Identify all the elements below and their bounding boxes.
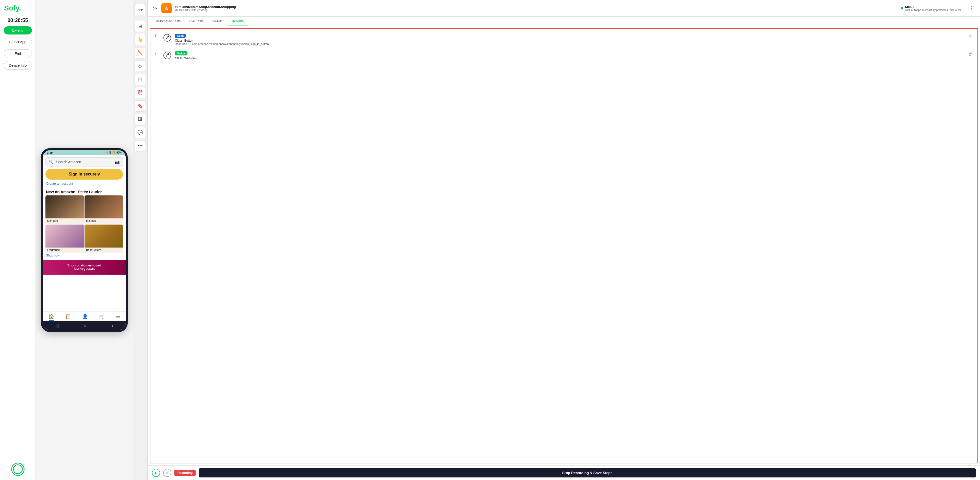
app-icon: a bbox=[161, 3, 172, 13]
more-menu-button[interactable]: ⋮ bbox=[967, 4, 976, 12]
app-tool-button[interactable]: APP bbox=[135, 4, 146, 15]
promo-line2: holiday deals bbox=[74, 267, 95, 271]
eraser-tool-button[interactable]: ◇ bbox=[135, 61, 146, 72]
sys-nav-back[interactable]: ||| bbox=[56, 324, 59, 328]
create-account-link[interactable]: Create an account bbox=[43, 180, 126, 188]
search-input-display: Search Amazon bbox=[56, 160, 113, 164]
result-details-1: Click Class: Button Resource ID: com.ama… bbox=[175, 33, 964, 45]
product-makeup[interactable]: Makeup bbox=[84, 195, 123, 224]
camera-icon[interactable]: 📷 bbox=[115, 159, 120, 164]
section-title: New on Amazon: Estée Lauder bbox=[43, 188, 126, 195]
tap-tool-button[interactable]: 👆 bbox=[135, 34, 146, 45]
sofy-logo: Sofy. bbox=[2, 4, 21, 12]
app-version: 28.13.6.100(1241275611) bbox=[175, 9, 898, 12]
avatar-inner bbox=[13, 464, 23, 474]
recording-badge: Recording bbox=[174, 470, 196, 476]
comment-icon: 💬 bbox=[137, 130, 143, 136]
eraser-icon: ◇ bbox=[138, 63, 142, 69]
results-area: 1 Click Class: Button Resource ID: com.a… bbox=[150, 28, 978, 463]
grid-tool-button[interactable]: ⊞ bbox=[135, 21, 146, 32]
result-index-2: 2 bbox=[154, 51, 159, 55]
result-class-2: Class: WebView bbox=[175, 56, 964, 60]
tab-automated-tests[interactable]: Automated Tests bbox=[152, 17, 185, 26]
result-delete-1[interactable]: 🗑 bbox=[967, 33, 974, 40]
tab-results[interactable]: Results bbox=[228, 17, 248, 26]
fragrance-label: Fragrance bbox=[45, 247, 84, 252]
result-icon-2 bbox=[163, 51, 172, 60]
comment-tool-button[interactable]: 💬 bbox=[135, 127, 146, 138]
makeup-image bbox=[84, 195, 123, 218]
nav-menu-icon[interactable]: ☰ bbox=[116, 314, 120, 319]
sidebar: Sofy. 00:28:55 Extend Select App End Dev… bbox=[0, 0, 36, 480]
product-fragrance[interactable]: Fragrance bbox=[45, 225, 84, 253]
nav-home-icon[interactable]: 🏠 bbox=[49, 314, 54, 319]
more-tools-button[interactable]: ••• bbox=[135, 140, 146, 151]
bookmark-icon: 🔖 bbox=[137, 103, 143, 109]
bestsellers-label: Best Sellers bbox=[84, 247, 123, 252]
sys-nav-recents[interactable]: ‹ bbox=[111, 324, 113, 328]
phone-time: 3:49 bbox=[47, 151, 52, 154]
session-timer: 00:28:55 bbox=[7, 18, 28, 23]
result-icon-1 bbox=[163, 33, 172, 42]
app-info: com.amazon.mShop.android.shopping 28.13.… bbox=[175, 5, 898, 12]
tool-divider-1 bbox=[135, 18, 145, 18]
select-app-button[interactable]: Select App bbox=[4, 38, 32, 46]
result-details-2: Swipe Class: WebView bbox=[175, 51, 964, 60]
signal-icon: 📶 bbox=[112, 151, 115, 154]
result-delete-2[interactable]: 🗑 bbox=[967, 51, 974, 57]
result-row-2: 2 Swipe Class: WebView 🗑 bbox=[153, 48, 975, 63]
phone-container: 3:49 🍕🌤 📶 90% 🔍 Search Amazon 📷 bbox=[36, 0, 133, 480]
timer-icon: ⏰ bbox=[137, 90, 143, 96]
product-skincare[interactable]: Skincare bbox=[45, 195, 84, 224]
status-dot bbox=[901, 7, 904, 10]
result-row-1: 1 Click Class: Button Resource ID: com.a… bbox=[153, 31, 975, 48]
collapse-button[interactable]: ≫ bbox=[152, 5, 158, 12]
result-class-1: Class: Button bbox=[175, 39, 964, 42]
svg-point-2 bbox=[164, 52, 171, 59]
pause-button[interactable]: ⏸ bbox=[163, 469, 171, 477]
result-badge-1: Click bbox=[175, 34, 186, 38]
makeup-label: Makeup bbox=[84, 218, 123, 223]
nav-receipts-icon[interactable]: 📋 bbox=[65, 314, 71, 319]
phone-search-bar[interactable]: 🔍 Search Amazon 📷 bbox=[45, 157, 123, 167]
sign-in-button[interactable]: Sign in securely bbox=[45, 169, 123, 180]
result-index-1: 1 bbox=[154, 33, 159, 38]
check-tool-button[interactable]: ☑ bbox=[135, 74, 146, 85]
promo-banner[interactable]: Shop customer-loved holiday deals bbox=[43, 260, 126, 274]
device-info-button[interactable]: Device Info bbox=[4, 61, 32, 70]
timer-tool-button[interactable]: ⏰ bbox=[135, 87, 146, 98]
app-name: com.amazon.mShop.android.shopping bbox=[175, 5, 898, 9]
skincare-image bbox=[45, 195, 84, 218]
tool-panel: APP ⊞ 👆 ✏️ ◇ ☑ ⏰ 🔖 🖼 bbox=[133, 0, 148, 480]
status-info: Status Click or Swipe successfully perfo… bbox=[905, 5, 964, 11]
nav-account-icon[interactable]: 👤 bbox=[82, 314, 88, 319]
edit-tool-button[interactable]: ✏️ bbox=[135, 47, 146, 59]
play-button[interactable]: ▶ bbox=[152, 469, 160, 477]
avatar[interactable] bbox=[11, 462, 24, 476]
tap-icon: 👆 bbox=[137, 37, 143, 42]
tab-live-tests[interactable]: Live Tests bbox=[185, 17, 208, 26]
tab-co-pilot[interactable]: Co-Pilot bbox=[208, 17, 228, 26]
grid-icon: ⊞ bbox=[138, 24, 142, 29]
promo-line1: Shop customer-loved bbox=[67, 263, 101, 267]
nav-cart-icon[interactable]: 🛒 bbox=[99, 314, 105, 319]
right-panel-header: ≫ a com.amazon.mShop.android.shopping 28… bbox=[148, 0, 980, 17]
end-button[interactable]: End bbox=[4, 49, 32, 58]
bestsellers-image bbox=[84, 225, 123, 247]
phone-content[interactable]: 🔍 Search Amazon 📷 Sign in securely Creat… bbox=[43, 155, 126, 311]
image-tool-button[interactable]: 🖼 bbox=[135, 114, 146, 125]
shop-now-link[interactable]: Shop now bbox=[43, 253, 126, 259]
tabs-row: Automated Tests Live Tests Co-Pilot Resu… bbox=[148, 17, 980, 26]
svg-point-3 bbox=[167, 53, 169, 55]
status-indicator: Status Click or Swipe successfully perfo… bbox=[901, 5, 964, 11]
product-bestsellers[interactable]: Best Sellers bbox=[84, 225, 123, 253]
skincare-label: Skincare bbox=[45, 218, 84, 223]
bottom-bar: ▶ ⏸ Recording Stop Recording & Save Step… bbox=[148, 466, 980, 480]
stop-recording-button[interactable]: Stop Recording & Save Steps bbox=[199, 468, 976, 477]
sys-nav-home[interactable]: ○ bbox=[84, 324, 87, 328]
phone-status-icons: 🍕🌤 📶 90% bbox=[106, 151, 121, 154]
svg-point-0 bbox=[164, 34, 171, 41]
result-badge-2: Swipe bbox=[175, 51, 187, 56]
bookmark-tool-button[interactable]: 🔖 bbox=[135, 100, 146, 112]
extend-button[interactable]: Extend bbox=[4, 26, 32, 35]
